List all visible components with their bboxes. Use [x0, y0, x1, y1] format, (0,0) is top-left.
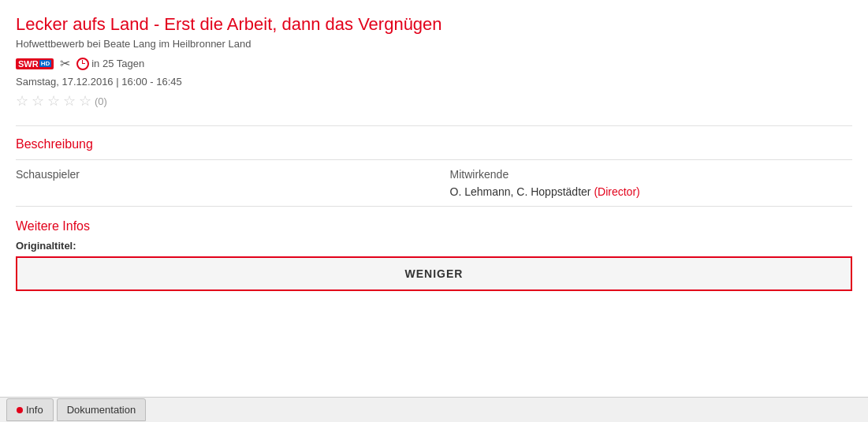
beschreibung-title: Beschreibung — [16, 137, 852, 151]
swr-logo: SWR HD — [16, 58, 54, 69]
originaltitel-label: Originaltitel: — [16, 240, 852, 252]
tab-info-dot — [17, 407, 23, 413]
date-row: Samstag, 17.12.2016 | 16:00 - 16:45 — [16, 76, 852, 88]
contributor: O. Lehmann, C. Hoppstädter (Director) — [450, 185, 853, 198]
star-4[interactable]: ☆ — [63, 92, 76, 110]
hd-badge: HD — [39, 60, 52, 67]
meta-row: SWR HD ✂ in 25 Tagen — [16, 56, 852, 71]
mitwirkende-col: Mitwirkende O. Lehmann, C. Hoppstädter (… — [450, 168, 853, 198]
stars-row: ☆ ☆ ☆ ☆ ☆ (0) — [16, 92, 852, 110]
time-remaining: in 25 Tagen — [91, 58, 144, 69]
page-title: Lecker aufs Land - Erst die Arbeit, dann… — [16, 14, 852, 35]
clock-icon: in 25 Tagen — [76, 58, 144, 70]
schauspieler-label: Schauspieler — [16, 168, 419, 181]
tab-info-label: Info — [26, 404, 43, 416]
star-1[interactable]: ☆ — [16, 92, 28, 110]
subtitle: Hofwettbewerb bei Beate Lang im Heilbron… — [16, 38, 852, 50]
divider-1 — [16, 125, 852, 126]
weitere-prefix: Weitere — [16, 219, 62, 233]
weitere-title: Weitere Infos — [16, 219, 852, 233]
star-5[interactable]: ☆ — [79, 92, 91, 110]
contributor-role: (Director) — [594, 185, 639, 198]
star-3[interactable]: ☆ — [47, 92, 60, 110]
tab-dokumentation[interactable]: Dokumentation — [57, 398, 146, 421]
weniger-button[interactable]: WENIGER — [16, 256, 852, 291]
cast-section: Schauspieler Mitwirkende O. Lehmann, C. … — [16, 168, 852, 198]
contributor-name: O. Lehmann, C. Hoppstädter — [450, 185, 591, 198]
mitwirkende-label: Mitwirkende — [450, 168, 853, 181]
divider-3 — [16, 206, 852, 207]
divider-2 — [16, 159, 852, 160]
swr-text: SWR — [18, 59, 39, 69]
weitere-section: Weitere Infos Originaltitel: — [16, 219, 852, 252]
tab-info[interactable]: Info — [6, 398, 54, 421]
clock-circle — [76, 58, 89, 70]
tab-dokumentation-label: Dokumentation — [67, 404, 136, 416]
schauspieler-col: Schauspieler — [16, 168, 419, 198]
weitere-suffix: Infos — [62, 219, 90, 233]
bottom-tabs: Info Dokumentation — [0, 397, 868, 422]
main-content: Lecker aufs Land - Erst die Arbeit, dann… — [0, 0, 868, 338]
star-2[interactable]: ☆ — [32, 92, 44, 110]
scissors-icon: ✂ — [60, 56, 70, 71]
rating-count: (0) — [95, 95, 107, 107]
